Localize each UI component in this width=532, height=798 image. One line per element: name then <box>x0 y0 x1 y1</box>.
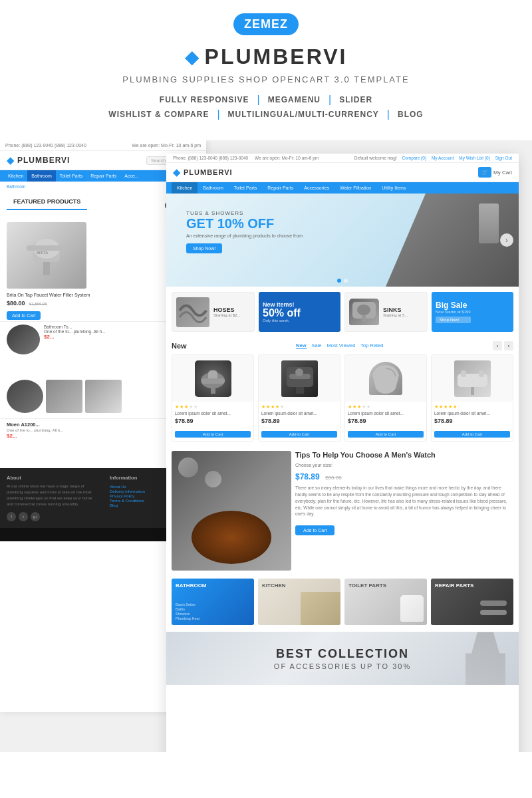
header-section: ZEMEZ ◆ PLUMBERVI PLUMBING SUPPLIES SHOP… <box>0 0 532 140</box>
right-top-bar: Phone: (888) 123-0040 (888) 123-0040 We … <box>166 154 519 163</box>
product2-add-cart[interactable]: Add to Cart <box>261 431 337 438</box>
feature-megamenu: MEGAMENU <box>260 95 329 104</box>
section-tabs: New Sale Most Viewed Top Rated <box>296 342 383 349</box>
promo-hoses[interactable]: HOSES Starting at $2... <box>172 292 255 332</box>
tips-add-cart-btn[interactable]: Add to Cart <box>295 525 334 535</box>
gplus-icon[interactable]: g+ <box>31 512 40 521</box>
product3-add-cart[interactable]: Add to Cart <box>348 431 424 438</box>
cat-bathroom[interactable]: Bathroom Basin Setter Baths Showers Plum… <box>172 579 254 625</box>
product2-info: ★★★★★ Lorem ipsum dolor sit amet... $78.… <box>259 402 340 441</box>
tips-text: There are so many elements today in our … <box>295 485 513 517</box>
cat-toilet[interactable]: Toilet Parts <box>344 579 427 625</box>
left-nav-toilet[interactable]: Toilet Parts <box>56 170 87 182</box>
left-nav-repair[interactable]: Repair Parts <box>86 170 120 182</box>
right-nav-toilet[interactable]: Toilet Parts <box>229 182 263 194</box>
tab-new[interactable]: New <box>296 342 306 349</box>
shower-head <box>479 203 499 243</box>
right-nav-kitchen[interactable]: Kitchen <box>172 182 198 194</box>
right-nav-accessories[interactable]: Accessories <box>299 182 334 194</box>
promo-row: HOSES Starting at $2... New Items! 50% o… <box>166 287 519 337</box>
promo-big-sale-text: Big Sale Now Startin at $199 Shop Now! <box>436 301 471 323</box>
hero-btn[interactable]: Shop Now! <box>186 243 222 253</box>
svg-rect-21 <box>480 610 507 615</box>
tab-most-viewed[interactable]: Most Viewed <box>327 342 356 349</box>
hero-dot-2[interactable] <box>344 279 348 283</box>
product2-img <box>259 355 340 402</box>
cat-section: Bathroom Basin Setter Baths Showers Plum… <box>166 573 519 628</box>
product4-info: ★★★★★ Lorem ipsum dolor sit amet... $78.… <box>432 402 513 441</box>
product-card-2: ★★★★★ Lorem ipsum dolor sit amet... $78.… <box>258 354 340 442</box>
template-subtitle: PLUMBING SUPPLIES SHOP OPENCART 3.0 TEMP… <box>20 74 512 84</box>
product1-add-cart[interactable]: Add to Cart <box>175 431 251 438</box>
right-nav-repair[interactable]: Repair Parts <box>262 182 299 194</box>
cat-sub-2: Showers <box>176 612 200 616</box>
brand-title: ◆ PLUMBERVI <box>20 45 512 69</box>
svg-rect-3 <box>27 245 66 251</box>
bottom-banner: BEST COLLECTION OF ACCESSORIES UP TO 30% <box>166 632 519 685</box>
drop-icon: ◆ <box>185 46 200 68</box>
tips-title: Tips To Help You Choose A Men's Watch <box>295 451 513 459</box>
left-nav-bathroom[interactable]: Bathroom <box>27 170 55 182</box>
feature-slider: SLIDER <box>331 95 380 104</box>
section-title: New <box>172 342 187 350</box>
right-logo: ◆ PLUMBERVI <box>173 167 233 178</box>
product3-info: ★★★★★ Lorem ipsum dolor sit amet... $78.… <box>345 402 426 441</box>
product-card-4: ★★★★★ Lorem ipsum dolor sit amet... $78.… <box>431 354 513 442</box>
right-nav-bathroom[interactable]: Bathroom <box>198 182 228 194</box>
prev-arrow[interactable]: ‹ <box>493 341 502 350</box>
hero-dot-1[interactable] <box>337 279 341 283</box>
promo-new-items[interactable]: New Items! 50% off Only this week <box>259 292 340 332</box>
right-logo-bar: ◆ PLUMBERVI 🛒 My Cart <box>166 163 519 182</box>
right-nav-water[interactable]: Water Filtration <box>334 182 376 194</box>
next-arrow[interactable]: › <box>504 341 513 350</box>
feature-multilingual: MULTILINGUAL/MULTI-CURRENCY <box>220 110 387 119</box>
section-arrows: ‹ › <box>493 341 513 350</box>
cat-bathroom-items: Basin Setter Baths Showers Plumbing Heat <box>176 602 200 621</box>
svg-rect-18 <box>479 370 484 377</box>
facebook-icon[interactable]: f <box>7 512 16 521</box>
twitter-icon[interactable]: t <box>19 512 28 521</box>
features-row1: FULLY RESPONSIVE | MEGAMENU | SLIDER <box>20 94 512 106</box>
left-add-cart-btn[interactable]: Add to Cart <box>7 311 41 320</box>
cat-repair[interactable]: Repair Parts <box>431 579 513 625</box>
products-section: New New Sale Most Viewed Top Rated ‹ › <box>166 337 519 446</box>
product2-name: Lorem ipsum dolor sit amet... <box>261 411 337 416</box>
cat-repair-label: Repair Parts <box>435 583 473 589</box>
hero-content: TUBS & SHOWERS GET 10% OFF An extensive … <box>186 210 303 253</box>
product1-img <box>172 355 253 402</box>
right-cart[interactable]: 🛒 My Cart <box>478 167 512 178</box>
svg-rect-1 <box>43 262 50 275</box>
promo-sinks[interactable]: SINKS Starting at 5... <box>344 292 428 332</box>
product4-add-cart[interactable]: Add to Cart <box>434 431 510 438</box>
left-logo: ◆ PLUMBERVI <box>7 155 70 166</box>
svg-rect-19 <box>471 387 474 395</box>
hero-arrow-right[interactable]: › <box>500 233 513 247</box>
product4-price: $78.89 <box>434 418 510 424</box>
hero-bg <box>386 194 519 287</box>
left-product1-img: BRITA <box>7 222 86 289</box>
product1-info: ★★★★★ Lorem ipsum dolor sit amet... $78.… <box>172 402 253 441</box>
product1-price: $78.89 <box>175 418 251 424</box>
cat-kitchen-label: Kitchen <box>262 583 286 589</box>
tab-sale[interactable]: Sale <box>312 342 322 349</box>
zemez-logo[interactable]: ZEMEZ <box>233 13 299 35</box>
left-phone: Phone: (888) 123-0040 (888) 123-0040 <box>5 143 86 148</box>
cart-icon: 🛒 <box>478 167 491 178</box>
promo-new-text: New Items! 50% off Only this week <box>263 301 301 323</box>
svg-rect-20 <box>480 600 507 606</box>
hero-banner: TUBS & SHOWERS GET 10% OFF An extensive … <box>166 194 519 287</box>
product2-price: $78.89 <box>261 418 337 424</box>
right-nav-utility[interactable]: Utility Items <box>376 182 411 194</box>
brand-name: PLUMBERVI <box>205 45 348 69</box>
svg-rect-10 <box>201 378 225 384</box>
product3-img <box>345 355 426 402</box>
preview-container: Phone: (888) 123-0040 (888) 123-0040 We … <box>0 140 532 752</box>
left-product2-price: $2... <box>44 334 106 340</box>
promo-big-sale[interactable]: Big Sale Now Startin at $199 Shop Now! <box>432 292 513 332</box>
hero-dots <box>337 279 348 283</box>
left-nav-kitchen[interactable]: Kitchen <box>4 170 27 182</box>
tab-top-rated[interactable]: Top Rated <box>360 342 383 349</box>
svg-point-15 <box>295 368 303 376</box>
left-nav-acce[interactable]: Acce... <box>120 170 142 182</box>
cat-kitchen[interactable]: Kitchen <box>258 579 340 625</box>
